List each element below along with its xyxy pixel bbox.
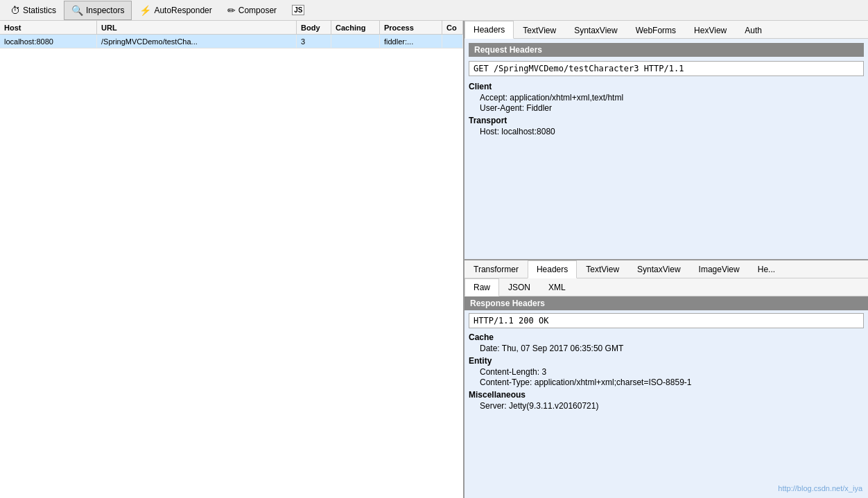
session-host: localhost:8080 [0, 35, 97, 48]
tab-composer-label: Composer [238, 6, 277, 15]
request-line: GET /SpringMVCDemo/testCharacter3 HTTP/1… [469, 61, 864, 76]
main-area: Host URL Body Caching Process Co [0, 21, 868, 498]
header-date: Date: Thu, 07 Sep 2017 06:35:50 GMT [480, 344, 864, 353]
tab-webforms[interactable]: WebForms [627, 21, 685, 39]
inspectors-panel: Headers TextView SyntaxView WebForms Hex… [465, 21, 868, 498]
col-header-process: Process [380, 21, 442, 34]
section-client: Client [469, 82, 864, 91]
watermark: http://blog.csdn.net/x_iya [778, 484, 862, 492]
main-toolbar: ⏱ Statistics 🔍 Inspectors ⚡ AutoResponde… [0, 0, 868, 21]
tab-resp-syntaxview[interactable]: SyntaxView [628, 260, 689, 278]
section-miscellaneous: Miscellaneous [469, 390, 864, 400]
header-content-length: Content-Length: 3 [480, 367, 864, 377]
section-entity: Entity [469, 356, 864, 366]
response-headers-title: Response Headers [465, 296, 868, 310]
session-process: fiddler:... [380, 35, 442, 48]
request-headers-title: Request Headers [469, 43, 864, 57]
tab-autoresponder[interactable]: ⚡ AutoResponder [132, 1, 219, 20]
response-tabs-row1: Transformer Headers TextView SyntaxView … [465, 260, 868, 278]
tab-raw[interactable]: Raw [465, 278, 499, 296]
header-user-agent: User-Agent: Fiddler [480, 103, 864, 113]
request-sub-tabs: Headers TextView SyntaxView WebForms Hex… [465, 21, 868, 39]
response-status-line: HTTP/1.1 200 OK [469, 313, 864, 328]
tab-inspectors-label: Inspectors [86, 6, 124, 15]
tab-js[interactable]: JS [284, 1, 312, 20]
request-section: Headers TextView SyntaxView WebForms Hex… [465, 21, 868, 260]
tab-textview[interactable]: TextView [514, 21, 565, 39]
composer-icon: ✏ [227, 5, 236, 16]
response-tabs-row2: Raw JSON XML [465, 278, 868, 296]
header-accept: Accept: application/xhtml+xml,text/html [480, 93, 864, 103]
statistics-icon: ⏱ [10, 5, 20, 16]
tab-auth[interactable]: Auth [736, 21, 771, 39]
tab-resp-imageview[interactable]: ImageView [690, 260, 749, 278]
tab-autoresponder-label: AutoResponder [154, 6, 211, 15]
tab-resp-he[interactable]: He... [749, 260, 784, 278]
tab-statistics[interactable]: ⏱ Statistics [3, 1, 64, 20]
tab-headers[interactable]: Headers [465, 21, 514, 39]
section-cache: Cache [469, 332, 864, 342]
js-icon: JS [292, 5, 304, 15]
tab-transformer[interactable]: Transformer [465, 260, 528, 278]
col-header-body: Body [297, 21, 331, 34]
tab-composer[interactable]: ✏ Composer [220, 1, 284, 20]
tab-statistics-label: Statistics [23, 6, 56, 15]
tab-hexview[interactable]: HexView [685, 21, 736, 39]
autoresponder-icon: ⚡ [139, 5, 151, 16]
section-transport: Transport [469, 116, 864, 125]
tab-inspectors[interactable]: 🔍 Inspectors [64, 1, 132, 20]
session-body: 3 [297, 35, 331, 48]
response-section: Transformer Headers TextView SyntaxView … [465, 260, 868, 499]
tab-syntaxview[interactable]: SyntaxView [565, 21, 626, 39]
col-header-host: Host [0, 21, 97, 34]
sessions-panel: Host URL Body Caching Process Co [0, 21, 465, 498]
tab-json[interactable]: JSON [499, 278, 539, 296]
tab-resp-headers[interactable]: Headers [528, 260, 577, 278]
table-row[interactable]: localhost:8080 /SpringMVCDemo/testCha...… [0, 35, 463, 48]
sessions-table-header: Host URL Body Caching Process Co [0, 21, 463, 35]
col-header-url: URL [97, 21, 297, 34]
col-header-caching: Caching [331, 21, 380, 34]
session-caching [331, 35, 380, 48]
session-co [442, 35, 463, 48]
request-headers-content: Request Headers GET /SpringMVCDemo/testC… [465, 39, 868, 259]
tab-xml[interactable]: XML [539, 278, 575, 296]
header-server: Server: Jetty(9.3.11.v20160721) [480, 401, 864, 411]
response-headers-content: Response Headers HTTP/1.1 200 OK Cache D… [465, 296, 868, 499]
header-content-type: Content-Type: application/xhtml+xml;char… [480, 377, 864, 387]
col-header-co: Co [442, 21, 463, 34]
session-url: /SpringMVCDemo/testCha... [97, 35, 297, 48]
tab-resp-textview[interactable]: TextView [577, 260, 628, 278]
header-host: Host: localhost:8080 [480, 127, 864, 136]
inspectors-icon: 🔍 [71, 5, 83, 16]
